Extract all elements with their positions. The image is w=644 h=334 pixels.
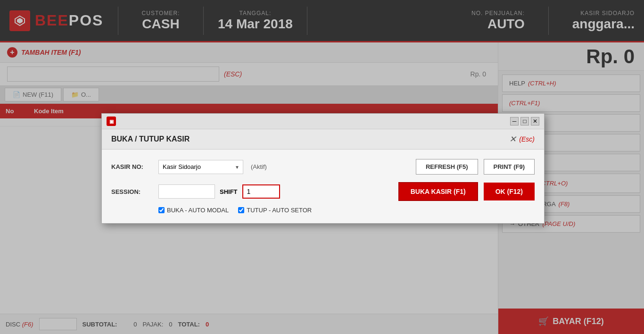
modal-close-x-btn[interactable]: ✕ <box>531 117 539 125</box>
buka-auto-modal-text: BUKA - AUTO MODAL <box>167 207 229 214</box>
modal-minimize[interactable]: ─ <box>510 117 519 125</box>
session-label: SESSION: <box>111 188 154 195</box>
refresh-label: REFRESH (F5) <box>426 163 468 170</box>
tutup-auto-setor-checkbox[interactable] <box>238 207 244 213</box>
modal-esc-close[interactable]: ✕ (Esc) <box>509 134 535 144</box>
ok-button[interactable]: OK (F12) <box>484 183 535 200</box>
print-button[interactable]: PRINT (F9) <box>484 159 535 175</box>
tutup-auto-setor-label[interactable]: TUTUP - AUTO SETOR <box>238 207 312 214</box>
session-field-group: SESSION: SHIFT <box>111 184 280 199</box>
modal-header: BUKA / TUTUP KASIR ✕ (Esc) <box>102 129 544 150</box>
kasir-field-group: KASIR NO: Kasir Sidoarjo ▼ (Aktif) <box>111 160 267 174</box>
buka-auto-modal-checkbox[interactable] <box>158 207 165 213</box>
esc-text: (Esc) <box>519 135 535 143</box>
modal-row-1: KASIR NO: Kasir Sidoarjo ▼ (Aktif) REFRE… <box>111 159 535 175</box>
modal-titlebar-icon: ▣ <box>107 117 116 126</box>
shift-label: SHIFT <box>220 188 238 195</box>
modal-row-2: SESSION: SHIFT BUKA KASIR (F1) OK (F12) <box>111 182 535 201</box>
aktif-label: (Aktif) <box>251 163 267 170</box>
print-label: PRINT (F9) <box>494 163 525 170</box>
buka-kasir-label: BUKA KASIR (F1) <box>411 188 466 195</box>
modal-maximize[interactable]: □ <box>520 117 529 125</box>
modal-title: BUKA / TUTUP KASIR <box>111 135 190 143</box>
session-input[interactable] <box>158 184 215 199</box>
kasir-dropdown-wrapper: Kasir Sidoarjo ▼ <box>158 160 243 174</box>
buka-kasir-button[interactable]: BUKA KASIR (F1) <box>398 182 478 201</box>
shift-input[interactable] <box>242 184 280 199</box>
buka-auto-modal-label[interactable]: BUKA - AUTO MODAL <box>158 207 229 214</box>
kasir-no-label: KASIR NO: <box>111 163 154 170</box>
modal-titlebar: ▣ ─ □ ✕ <box>102 114 544 129</box>
refresh-button[interactable]: REFRESH (F5) <box>416 159 478 175</box>
checkbox-row: BUKA - AUTO MODAL TUTUP - AUTO SETOR <box>158 207 535 214</box>
close-x-icon: ✕ <box>509 134 516 144</box>
modal-btn-area-bottom: BUKA KASIR (F1) OK (F12) <box>398 182 535 201</box>
tutup-auto-setor-text: TUTUP - AUTO SETOR <box>247 207 312 214</box>
modal-btn-area-top: REFRESH (F5) PRINT (F9) <box>416 159 535 175</box>
modal-dialog: ▣ ─ □ ✕ BUKA / TUTUP KASIR ✕ (Esc) KASIR… <box>101 113 545 224</box>
modal-body: KASIR NO: Kasir Sidoarjo ▼ (Aktif) REFRE… <box>102 150 544 223</box>
ok-label: OK (F12) <box>495 188 523 195</box>
kasir-dropdown[interactable]: Kasir Sidoarjo <box>158 160 243 174</box>
